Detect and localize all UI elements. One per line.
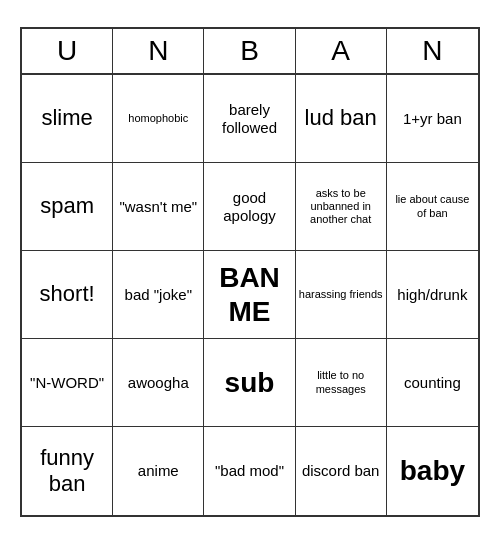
bingo-cell-15: "N-WORD" <box>22 339 113 427</box>
bingo-cell-7: good apology <box>204 163 295 251</box>
header-letter-N: N <box>113 29 204 73</box>
bingo-cell-17: sub <box>204 339 295 427</box>
header-letter-A: A <box>296 29 387 73</box>
bingo-cell-23: discord ban <box>296 427 387 515</box>
bingo-cell-8: asks to be unbanned in another chat <box>296 163 387 251</box>
bingo-cell-4: 1+yr ban <box>387 75 478 163</box>
bingo-header: UNBAN <box>22 29 478 75</box>
bingo-cell-0: slime <box>22 75 113 163</box>
header-letter-N: N <box>387 29 478 73</box>
bingo-cell-9: lie about cause of ban <box>387 163 478 251</box>
bingo-cell-20: funny ban <box>22 427 113 515</box>
bingo-cell-22: "bad mod" <box>204 427 295 515</box>
header-letter-B: B <box>204 29 295 73</box>
bingo-cell-18: little to no messages <box>296 339 387 427</box>
bingo-card: UNBAN slimehomophobicbarely followedlud … <box>20 27 480 517</box>
bingo-cell-6: "wasn't me" <box>113 163 204 251</box>
bingo-cell-19: counting <box>387 339 478 427</box>
bingo-cell-3: lud ban <box>296 75 387 163</box>
bingo-cell-10: short! <box>22 251 113 339</box>
bingo-cell-2: barely followed <box>204 75 295 163</box>
header-letter-U: U <box>22 29 113 73</box>
bingo-cell-14: high/drunk <box>387 251 478 339</box>
bingo-cell-21: anime <box>113 427 204 515</box>
bingo-cell-24: baby <box>387 427 478 515</box>
bingo-cell-11: bad "joke" <box>113 251 204 339</box>
bingo-cell-12: BAN ME <box>204 251 295 339</box>
bingo-cell-1: homophobic <box>113 75 204 163</box>
bingo-grid: slimehomophobicbarely followedlud ban1+y… <box>22 75 478 515</box>
bingo-cell-16: awoogha <box>113 339 204 427</box>
bingo-cell-5: spam <box>22 163 113 251</box>
bingo-cell-13: harassing friends <box>296 251 387 339</box>
